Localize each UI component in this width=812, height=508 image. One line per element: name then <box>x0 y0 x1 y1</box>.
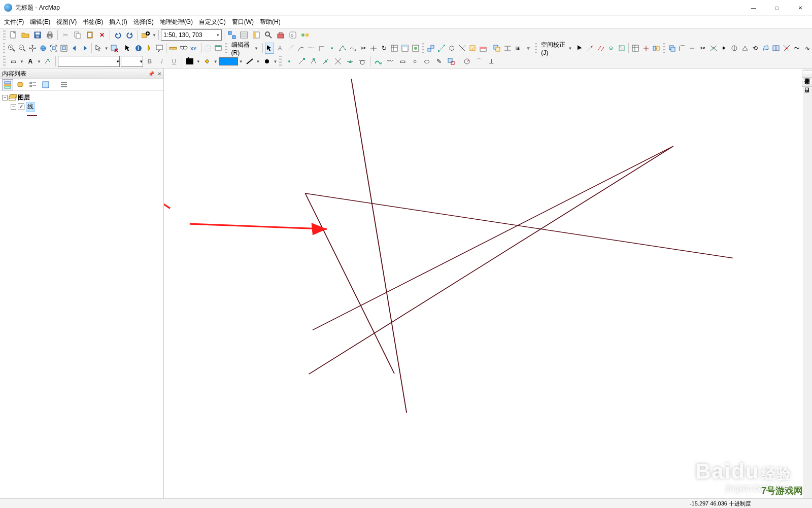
edit-tool-icon[interactable] <box>265 43 275 54</box>
attribute-transfer-icon[interactable] <box>652 43 661 54</box>
toolbar-grip[interactable] <box>225 43 227 53</box>
full-extent-icon[interactable] <box>39 43 48 54</box>
circle-tool-icon[interactable]: ○ <box>409 56 420 67</box>
topology-planarize-icon[interactable] <box>458 43 467 54</box>
menu-edit[interactable]: 编辑(E) <box>30 18 50 26</box>
identity-link-icon[interactable] <box>606 43 616 54</box>
undo-icon[interactable] <box>112 29 123 41</box>
toolbox-icon[interactable] <box>275 29 286 41</box>
draw-rectangle-icon[interactable]: ▭ <box>8 56 19 67</box>
menu-window[interactable]: 窗口(W) <box>232 18 254 26</box>
highlight-color-swatch[interactable] <box>219 57 238 65</box>
create-viewer-icon[interactable] <box>214 43 223 54</box>
perpendicular-icon[interactable]: ⊥ <box>486 56 497 67</box>
font-dropdown-icon[interactable]: ▾ <box>58 56 120 67</box>
topology-edit-icon[interactable] <box>436 43 446 54</box>
pin-icon[interactable]: 📌 <box>148 71 154 77</box>
line-color-icon[interactable] <box>244 56 255 67</box>
menu-view[interactable]: 视图(V) <box>56 18 77 26</box>
snap-to-point-icon[interactable] <box>284 56 295 67</box>
topology-errors-icon[interactable] <box>479 43 488 54</box>
hyperlink-icon[interactable] <box>144 43 154 54</box>
draw-text-icon[interactable]: A <box>25 56 36 67</box>
close-button[interactable]: ✕ <box>789 0 812 15</box>
new-doc-icon[interactable] <box>8 29 19 41</box>
marker-color-icon[interactable] <box>261 56 273 67</box>
shared-edit-icon[interactable] <box>492 43 502 54</box>
map-scale-combo[interactable]: 1:50, 130, 703 ▾ <box>161 29 222 41</box>
copy-icon[interactable] <box>72 29 83 41</box>
snap-to-tangent-icon[interactable] <box>357 56 368 67</box>
edit-vertices2-icon[interactable] <box>42 56 53 67</box>
select-elements-icon[interactable] <box>123 43 133 54</box>
generalize2-icon[interactable]: 〜 <box>792 43 802 54</box>
reshape-icon[interactable] <box>348 43 358 54</box>
side-tab-catalog[interactable]: 目录 <box>802 80 812 87</box>
snap-to-midpoint-icon[interactable] <box>345 56 356 67</box>
model-builder-icon[interactable] <box>299 29 311 41</box>
menu-selection[interactable]: 选择(S) <box>133 18 154 26</box>
menu-help[interactable]: 帮助(H) <box>260 18 281 26</box>
zoom-out-icon[interactable] <box>18 43 27 54</box>
stream-icon[interactable]: 〰 <box>385 56 396 67</box>
split-polygons-icon[interactable] <box>771 43 781 54</box>
explode-icon[interactable]: ✦ <box>719 43 729 54</box>
fixed-zoom-out-icon[interactable] <box>59 43 69 54</box>
editor-toolbar-icon[interactable] <box>226 29 238 41</box>
print-icon[interactable] <box>44 29 55 41</box>
topology-select-icon[interactable] <box>426 43 436 54</box>
fill-color-icon[interactable] <box>201 56 213 67</box>
toolbar-grip[interactable] <box>535 43 537 53</box>
validate-topology-icon[interactable]: ✓ <box>468 43 478 54</box>
toc-icon[interactable] <box>239 29 250 41</box>
cut-polygons-icon[interactable]: ✂ <box>359 43 368 54</box>
prev-extent-icon[interactable] <box>70 43 79 54</box>
measure-icon[interactable] <box>168 43 178 54</box>
sketch-properties-icon[interactable] <box>400 43 410 54</box>
toolbar-grip[interactable] <box>663 43 665 53</box>
font-size-icon[interactable]: ▾ <box>121 56 143 67</box>
list-by-selection-icon[interactable] <box>40 79 51 90</box>
rectangle-tool-icon[interactable]: ▭ <box>397 56 408 67</box>
add-data-icon[interactable] <box>140 29 151 41</box>
split-icon[interactable] <box>369 43 379 54</box>
select-features-icon[interactable] <box>94 43 104 54</box>
align-edge-icon[interactable] <box>502 43 512 54</box>
side-tab-create-features[interactable]: 创建要素 <box>802 71 812 78</box>
trim-icon[interactable]: ✂ <box>698 43 708 54</box>
generalize-icon[interactable]: ≋ <box>513 43 523 54</box>
layer-visibility-checkbox[interactable]: ✓ <box>18 104 24 110</box>
menu-geoprocessing[interactable]: 地理处理(G) <box>160 18 193 26</box>
extend-icon[interactable] <box>688 43 698 54</box>
limited-adjustment-icon[interactable] <box>617 43 626 54</box>
pan-icon[interactable] <box>28 43 38 54</box>
right-angle-icon[interactable] <box>317 43 326 54</box>
find-icon[interactable] <box>179 43 189 54</box>
toolbar-grip[interactable] <box>422 43 424 53</box>
trace-tool-icon[interactable] <box>373 56 384 67</box>
identify-icon[interactable]: i <box>134 43 144 54</box>
go-to-xy-icon[interactable]: XY <box>189 43 199 54</box>
planarize-lines-icon[interactable] <box>782 43 791 54</box>
minimize-button[interactable]: — <box>742 0 765 15</box>
auto-complete-icon[interactable] <box>446 56 457 67</box>
menu-customize[interactable]: 自定义(C) <box>199 18 226 26</box>
font-color-icon[interactable]: A <box>184 56 195 67</box>
freehand-tool-icon[interactable]: ✎ <box>433 56 445 67</box>
toc-layer-row[interactable]: − ✓ 线 <box>2 102 161 111</box>
snap-to-intersection-icon[interactable] <box>332 56 344 67</box>
toc-options-icon[interactable] <box>58 79 70 90</box>
displacement-link-icon[interactable] <box>586 43 595 54</box>
ellipse-tool-icon[interactable]: ⬭ <box>421 56 432 67</box>
menu-bookmarks[interactable]: 书签(B) <box>83 18 103 26</box>
fixed-zoom-in-icon[interactable] <box>49 43 58 54</box>
next-extent-icon[interactable] <box>80 43 90 54</box>
rotate-icon[interactable]: ↻ <box>380 43 389 54</box>
toolbar-grip[interactable] <box>279 56 282 66</box>
smooth-icon[interactable]: ∿ <box>802 43 812 54</box>
maximize-button[interactable]: □ <box>765 0 789 15</box>
toolbar-grip[interactable] <box>3 43 5 53</box>
line-intersect-icon[interactable] <box>709 43 719 54</box>
catalog-icon[interactable] <box>251 29 262 41</box>
topology-modify-icon[interactable]: ⬡ <box>447 43 457 54</box>
